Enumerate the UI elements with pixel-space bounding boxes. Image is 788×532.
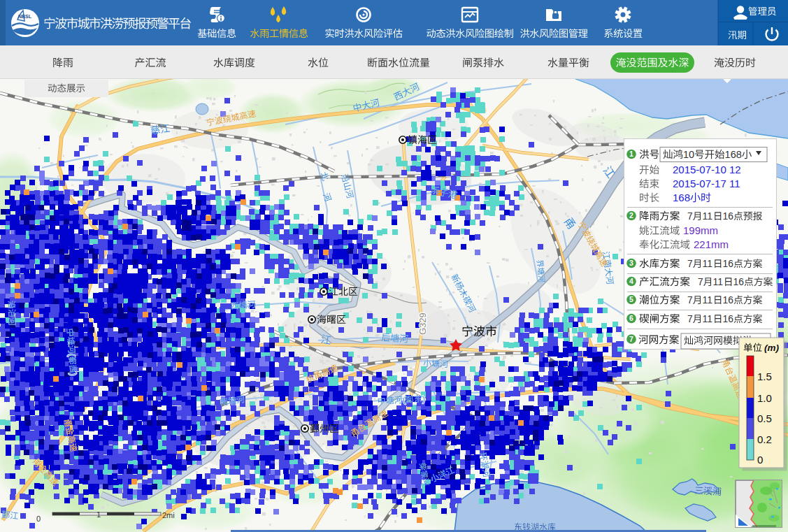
svg-text:16: 16 [723,259,734,269]
svg-text:2: 2 [629,211,633,220]
svg-text:): ) [422,394,425,403]
svg-text:0: 0 [757,454,763,466]
svg-text:11: 11 [713,277,723,287]
svg-text:7: 7 [698,277,703,287]
svg-text:11: 11 [703,314,712,324]
svg-text:3: 3 [629,259,633,267]
svg-text:7: 7 [687,259,693,269]
svg-text:G329: G329 [417,312,428,335]
svg-text:4: 4 [629,277,633,285]
svg-text:2015-07-10 12: 2015-07-10 12 [673,164,741,175]
svg-text:2015-07-17 11: 2015-07-17 11 [673,178,740,189]
svg-text:5: 5 [629,295,633,303]
svg-text:16: 16 [723,295,734,305]
svg-text:16: 16 [733,277,745,287]
svg-text:168: 168 [673,192,690,203]
svg-text:(: ( [402,395,406,405]
svg-text:1: 1 [629,150,633,158]
svg-text:0: 0 [36,515,41,523]
svg-text:221mm: 221mm [694,238,729,250]
svg-text:168: 168 [725,149,742,160]
svg-text:NBSL: NBSL [18,14,32,19]
svg-text:7: 7 [687,211,693,222]
svg-text:1.5: 1.5 [757,371,772,382]
svg-text:1.0: 1.0 [757,392,772,404]
svg-text:11: 11 [703,211,712,222]
svg-text:0.5: 0.5 [757,412,772,424]
svg-text:2mi: 2mi [162,511,175,519]
svg-text:199mm: 199mm [683,224,718,236]
svg-text:11: 11 [703,295,712,305]
svg-text:16: 16 [723,314,734,324]
svg-text:16: 16 [723,211,734,222]
svg-text:0.2: 0.2 [757,433,772,445]
svg-text:11: 11 [703,259,712,269]
svg-text:7: 7 [687,314,693,324]
svg-text:7: 7 [629,335,633,343]
svg-text:7: 7 [687,295,693,305]
svg-text:6: 6 [629,314,633,322]
svg-text:10: 10 [683,149,694,160]
svg-text:(m): (m) [764,343,779,353]
svg-text:1: 1 [96,510,101,519]
